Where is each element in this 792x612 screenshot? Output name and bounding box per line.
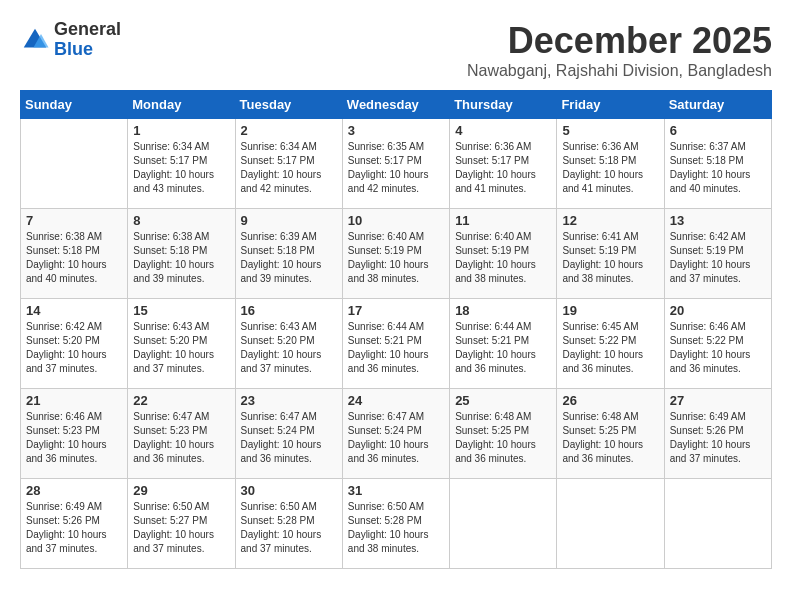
day-info: Sunrise: 6:46 AM Sunset: 5:23 PM Dayligh… <box>26 410 122 466</box>
day-info: Sunrise: 6:40 AM Sunset: 5:19 PM Dayligh… <box>455 230 551 286</box>
day-info: Sunrise: 6:38 AM Sunset: 5:18 PM Dayligh… <box>133 230 229 286</box>
calendar-cell: 8Sunrise: 6:38 AM Sunset: 5:18 PM Daylig… <box>128 209 235 299</box>
day-info: Sunrise: 6:48 AM Sunset: 5:25 PM Dayligh… <box>562 410 658 466</box>
day-info: Sunrise: 6:47 AM Sunset: 5:23 PM Dayligh… <box>133 410 229 466</box>
day-number: 27 <box>670 393 766 408</box>
title-area: December 2025 Nawabganj, Rajshahi Divisi… <box>467 20 772 80</box>
day-info: Sunrise: 6:42 AM Sunset: 5:19 PM Dayligh… <box>670 230 766 286</box>
day-info: Sunrise: 6:34 AM Sunset: 5:17 PM Dayligh… <box>241 140 337 196</box>
day-info: Sunrise: 6:43 AM Sunset: 5:20 PM Dayligh… <box>241 320 337 376</box>
day-number: 16 <box>241 303 337 318</box>
day-number: 7 <box>26 213 122 228</box>
calendar-week-row: 14Sunrise: 6:42 AM Sunset: 5:20 PM Dayli… <box>21 299 772 389</box>
calendar-cell: 27Sunrise: 6:49 AM Sunset: 5:26 PM Dayli… <box>664 389 771 479</box>
day-info: Sunrise: 6:44 AM Sunset: 5:21 PM Dayligh… <box>348 320 444 376</box>
day-header-wednesday: Wednesday <box>342 91 449 119</box>
calendar-cell: 13Sunrise: 6:42 AM Sunset: 5:19 PM Dayli… <box>664 209 771 299</box>
day-info: Sunrise: 6:50 AM Sunset: 5:28 PM Dayligh… <box>348 500 444 556</box>
day-info: Sunrise: 6:41 AM Sunset: 5:19 PM Dayligh… <box>562 230 658 286</box>
day-number: 29 <box>133 483 229 498</box>
calendar-cell: 20Sunrise: 6:46 AM Sunset: 5:22 PM Dayli… <box>664 299 771 389</box>
logo-text: General Blue <box>54 20 121 60</box>
calendar-cell: 22Sunrise: 6:47 AM Sunset: 5:23 PM Dayli… <box>128 389 235 479</box>
logo: General Blue <box>20 20 121 60</box>
day-number: 12 <box>562 213 658 228</box>
day-number: 28 <box>26 483 122 498</box>
day-number: 20 <box>670 303 766 318</box>
day-info: Sunrise: 6:36 AM Sunset: 5:17 PM Dayligh… <box>455 140 551 196</box>
calendar-cell: 26Sunrise: 6:48 AM Sunset: 5:25 PM Dayli… <box>557 389 664 479</box>
day-info: Sunrise: 6:35 AM Sunset: 5:17 PM Dayligh… <box>348 140 444 196</box>
page-header: General Blue December 2025 Nawabganj, Ra… <box>20 20 772 80</box>
day-number: 5 <box>562 123 658 138</box>
calendar-cell: 31Sunrise: 6:50 AM Sunset: 5:28 PM Dayli… <box>342 479 449 569</box>
calendar-cell: 2Sunrise: 6:34 AM Sunset: 5:17 PM Daylig… <box>235 119 342 209</box>
day-header-tuesday: Tuesday <box>235 91 342 119</box>
day-number: 13 <box>670 213 766 228</box>
day-number: 11 <box>455 213 551 228</box>
day-info: Sunrise: 6:46 AM Sunset: 5:22 PM Dayligh… <box>670 320 766 376</box>
calendar-week-row: 28Sunrise: 6:49 AM Sunset: 5:26 PM Dayli… <box>21 479 772 569</box>
calendar-cell: 17Sunrise: 6:44 AM Sunset: 5:21 PM Dayli… <box>342 299 449 389</box>
day-number: 19 <box>562 303 658 318</box>
day-header-thursday: Thursday <box>450 91 557 119</box>
day-number: 31 <box>348 483 444 498</box>
calendar-week-row: 7Sunrise: 6:38 AM Sunset: 5:18 PM Daylig… <box>21 209 772 299</box>
calendar-cell <box>664 479 771 569</box>
day-number: 3 <box>348 123 444 138</box>
day-number: 26 <box>562 393 658 408</box>
calendar-cell: 3Sunrise: 6:35 AM Sunset: 5:17 PM Daylig… <box>342 119 449 209</box>
day-number: 22 <box>133 393 229 408</box>
day-info: Sunrise: 6:38 AM Sunset: 5:18 PM Dayligh… <box>26 230 122 286</box>
day-number: 6 <box>670 123 766 138</box>
calendar-week-row: 1Sunrise: 6:34 AM Sunset: 5:17 PM Daylig… <box>21 119 772 209</box>
day-number: 8 <box>133 213 229 228</box>
calendar-table: SundayMondayTuesdayWednesdayThursdayFrid… <box>20 90 772 569</box>
day-info: Sunrise: 6:49 AM Sunset: 5:26 PM Dayligh… <box>26 500 122 556</box>
month-title: December 2025 <box>467 20 772 62</box>
calendar-cell: 18Sunrise: 6:44 AM Sunset: 5:21 PM Dayli… <box>450 299 557 389</box>
calendar-cell: 7Sunrise: 6:38 AM Sunset: 5:18 PM Daylig… <box>21 209 128 299</box>
calendar-cell: 28Sunrise: 6:49 AM Sunset: 5:26 PM Dayli… <box>21 479 128 569</box>
calendar-cell: 24Sunrise: 6:47 AM Sunset: 5:24 PM Dayli… <box>342 389 449 479</box>
day-info: Sunrise: 6:40 AM Sunset: 5:19 PM Dayligh… <box>348 230 444 286</box>
day-info: Sunrise: 6:47 AM Sunset: 5:24 PM Dayligh… <box>241 410 337 466</box>
day-number: 18 <box>455 303 551 318</box>
day-header-monday: Monday <box>128 91 235 119</box>
day-number: 25 <box>455 393 551 408</box>
calendar-cell: 23Sunrise: 6:47 AM Sunset: 5:24 PM Dayli… <box>235 389 342 479</box>
logo-icon <box>20 25 50 55</box>
calendar-week-row: 21Sunrise: 6:46 AM Sunset: 5:23 PM Dayli… <box>21 389 772 479</box>
calendar-cell: 6Sunrise: 6:37 AM Sunset: 5:18 PM Daylig… <box>664 119 771 209</box>
day-number: 17 <box>348 303 444 318</box>
calendar-cell: 16Sunrise: 6:43 AM Sunset: 5:20 PM Dayli… <box>235 299 342 389</box>
calendar-cell: 14Sunrise: 6:42 AM Sunset: 5:20 PM Dayli… <box>21 299 128 389</box>
day-header-saturday: Saturday <box>664 91 771 119</box>
calendar-cell: 19Sunrise: 6:45 AM Sunset: 5:22 PM Dayli… <box>557 299 664 389</box>
day-info: Sunrise: 6:42 AM Sunset: 5:20 PM Dayligh… <box>26 320 122 376</box>
day-number: 2 <box>241 123 337 138</box>
calendar-cell <box>450 479 557 569</box>
day-info: Sunrise: 6:47 AM Sunset: 5:24 PM Dayligh… <box>348 410 444 466</box>
day-info: Sunrise: 6:50 AM Sunset: 5:27 PM Dayligh… <box>133 500 229 556</box>
day-info: Sunrise: 6:49 AM Sunset: 5:26 PM Dayligh… <box>670 410 766 466</box>
day-info: Sunrise: 6:39 AM Sunset: 5:18 PM Dayligh… <box>241 230 337 286</box>
day-header-friday: Friday <box>557 91 664 119</box>
day-info: Sunrise: 6:34 AM Sunset: 5:17 PM Dayligh… <box>133 140 229 196</box>
day-info: Sunrise: 6:36 AM Sunset: 5:18 PM Dayligh… <box>562 140 658 196</box>
day-number: 14 <box>26 303 122 318</box>
calendar-header-row: SundayMondayTuesdayWednesdayThursdayFrid… <box>21 91 772 119</box>
calendar-cell: 1Sunrise: 6:34 AM Sunset: 5:17 PM Daylig… <box>128 119 235 209</box>
day-info: Sunrise: 6:50 AM Sunset: 5:28 PM Dayligh… <box>241 500 337 556</box>
calendar-cell: 15Sunrise: 6:43 AM Sunset: 5:20 PM Dayli… <box>128 299 235 389</box>
day-info: Sunrise: 6:48 AM Sunset: 5:25 PM Dayligh… <box>455 410 551 466</box>
calendar-cell: 11Sunrise: 6:40 AM Sunset: 5:19 PM Dayli… <box>450 209 557 299</box>
location-subtitle: Nawabganj, Rajshahi Division, Bangladesh <box>467 62 772 80</box>
day-number: 1 <box>133 123 229 138</box>
calendar-cell: 21Sunrise: 6:46 AM Sunset: 5:23 PM Dayli… <box>21 389 128 479</box>
day-number: 9 <box>241 213 337 228</box>
day-info: Sunrise: 6:43 AM Sunset: 5:20 PM Dayligh… <box>133 320 229 376</box>
day-number: 10 <box>348 213 444 228</box>
calendar-cell: 5Sunrise: 6:36 AM Sunset: 5:18 PM Daylig… <box>557 119 664 209</box>
day-info: Sunrise: 6:44 AM Sunset: 5:21 PM Dayligh… <box>455 320 551 376</box>
